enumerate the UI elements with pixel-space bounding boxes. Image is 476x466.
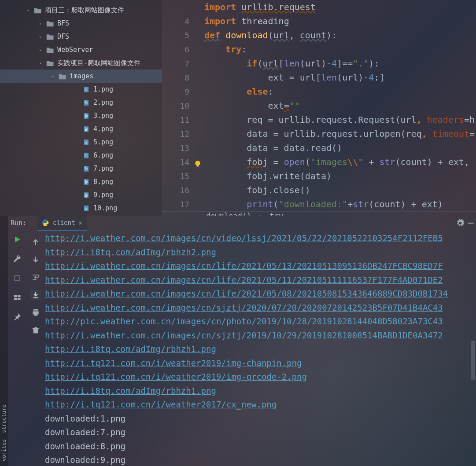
code-text[interactable]: data = urllib.request.urlopen(req, timeo… [204,128,475,139]
editor-line[interactable]: 14 fobj = open("images\\" + str(count) +… [162,155,476,169]
console-link[interactable]: http://i.weather.com.cn/images/cn/video/… [45,233,443,243]
editor-line[interactable]: 4import threading [162,14,476,28]
project-sidebar[interactable]: ▾项目三：爬取网站图像文件▸BFS▸DFS▸WebServer▾实践项目-爬取网… [0,0,162,216]
file-node[interactable]: 8.png [0,175,162,188]
svg-rect-3 [85,90,87,90]
expand-arrow-icon[interactable]: ▾ [26,8,30,13]
node-label: 2.png [93,99,113,106]
breadcrumb[interactable]: download() › try [162,211,476,216]
layout-icon[interactable] [12,292,22,303]
editor-line[interactable]: 13 data = data.read() [162,141,476,155]
svg-rect-24 [85,143,86,144]
intention-bulb-icon[interactable] [194,160,202,168]
print-icon[interactable] [30,307,41,318]
folder-node[interactable]: ▸WebServer [0,43,162,56]
editor-line[interactable]: 7 if(url[len(url)-4]=="."): [162,56,476,70]
expand-arrow-icon[interactable]: ▸ [38,34,43,39]
svg-rect-27 [85,155,87,155]
close-icon[interactable]: ✕ [79,219,82,226]
scrollbar[interactable] [471,341,475,380]
run-icon[interactable] [12,234,22,245]
editor-line[interactable]: 15 fobj.write(data) [162,169,476,183]
expand-arrow-icon[interactable]: ▸ [38,21,43,26]
console-link[interactable]: http://pic.weather.com.cn/images/cn/phot… [45,316,443,326]
editor-line[interactable]: 16 fobj.close() [162,183,476,197]
console-link[interactable]: http://i.weather.com.cn/images/cn/sjztj/… [45,330,443,340]
file-node[interactable]: 10.png [0,202,162,215]
favorites-tab[interactable]: vorites [1,439,7,462]
file-node[interactable]: 5.png [0,136,162,149]
gear-icon[interactable] [455,218,465,228]
editor-line[interactable]: import urllib.request [162,0,476,14]
file-node[interactable]: 9.png [0,188,162,202]
scroll-to-end-icon[interactable] [30,290,41,300]
structure-tab[interactable]: structure [1,404,7,433]
pin-icon[interactable] [12,312,22,322]
console-link[interactable]: http://i.i8tq.com/adImg/rbhzh1.png [45,386,216,396]
folder-node[interactable]: ▾项目三：爬取网站图像文件 [0,4,162,17]
console-link[interactable]: http://i.weather.com.cn/images/cn/life/2… [45,289,448,298]
console-link[interactable]: http://i.weather.com.cn/images/cn/sjztj/… [45,303,443,312]
expand-arrow-icon[interactable]: ▸ [38,48,43,52]
file-node[interactable]: 4.png [0,122,162,136]
console-link[interactable]: http://i.i8tq.com/adImg/rbhzh2.png [45,247,216,257]
expand-arrow-icon[interactable]: ▾ [51,74,55,79]
stop-icon[interactable] [12,273,22,283]
svg-rect-5 [84,100,89,106]
file-node[interactable]: 6.png [0,149,162,162]
console-link[interactable]: http://i.tq121.com.cn/i/weather2019/img-… [45,372,307,382]
crumb-try[interactable]: try [270,212,284,216]
editor-line[interactable]: 11 req = urllib.request.Request(url, hea… [162,113,476,127]
code-text[interactable]: data = data.read() [204,143,342,153]
code-text[interactable]: fobj.write(data) [204,171,332,181]
folder-node[interactable]: ▸BFS [0,17,162,30]
run-tab-client[interactable]: client ✕ [37,216,87,231]
svg-rect-39 [85,183,86,183]
code-text[interactable]: fobj.close() [204,185,310,195]
tool-strip[interactable]: structure vorites [0,216,8,466]
file-node[interactable]: 2.png [0,96,162,109]
console-link[interactable]: http://i.tq121.com.cn/i/weather2019/img-… [45,358,302,368]
code-text[interactable]: req = urllib.request.Request(url, header… [204,114,475,125]
folder-node[interactable]: ▾images [0,70,162,83]
console-link[interactable]: http://i.tq121.com.cn/i/weather2017/cx_n… [45,400,277,409]
code-text[interactable]: ext = url[len(url)-4:] [204,72,384,83]
crumb-func[interactable]: download() [206,212,251,216]
softwrap-icon[interactable] [30,272,41,283]
editor-line[interactable]: 17 print("downloaded:"+str(count) + ext) [162,197,476,211]
editor-line[interactable]: 9 else: [162,84,476,99]
code-text[interactable]: def download(url, count): [204,30,337,40]
code-text[interactable]: if(url[len(url)-4]=="."): [204,58,379,69]
folder-node[interactable]: ▾实践项目-爬取网站图像文件 [0,56,162,70]
console-link[interactable]: http://i.weather.com.cn/images/cn/life/2… [45,261,443,271]
expand-arrow-icon[interactable]: ▾ [38,61,43,66]
code-text[interactable]: try: [204,44,247,55]
folder-node[interactable]: ▸DFS [0,30,162,43]
code-text[interactable]: else: [204,86,273,97]
editor-line[interactable]: 12 data = urllib.request.urlopen(req, ti… [162,127,476,141]
minimize-icon[interactable] [465,218,476,228]
editor-line[interactable]: 6 try: [162,42,476,56]
wrench-icon[interactable] [12,253,22,264]
trash-icon[interactable] [30,325,41,335]
svg-rect-42 [85,194,87,195]
console: http://i.weather.com.cn/images/cn/video/… [45,231,476,466]
console-link[interactable]: http://i.i8tq.com/adImg/rbhzh1.png [45,344,216,354]
file-node[interactable]: 3.png [0,109,162,122]
code-text[interactable]: fobj = open("images\\" + str(count) + ex… [204,157,469,167]
up-icon[interactable] [30,237,41,247]
code-text[interactable]: import threading [204,16,289,26]
code-text[interactable]: import urllib.request [204,2,316,12]
file-node[interactable]: 1.png [0,83,162,96]
code-text[interactable]: ext="" [204,100,300,111]
down-icon[interactable] [30,254,41,265]
editor-line[interactable]: 8 ext = url[len(url)-4:] [162,70,476,84]
folder-icon [46,59,54,66]
console-link[interactable]: http://i.weather.com.cn/images/cn/life/2… [45,275,443,285]
file-node[interactable]: 7.png [0,162,162,175]
node-label: 实践项目-爬取网站图像文件 [57,59,140,67]
editor-line[interactable]: 5def download(url, count): [162,28,476,42]
code-text[interactable]: print("downloaded:"+str(count) + ext) [204,199,443,209]
console-output[interactable]: http://i.weather.com.cn/images/cn/video/… [45,231,476,466]
editor-line[interactable]: 10 ext="" [162,99,476,113]
